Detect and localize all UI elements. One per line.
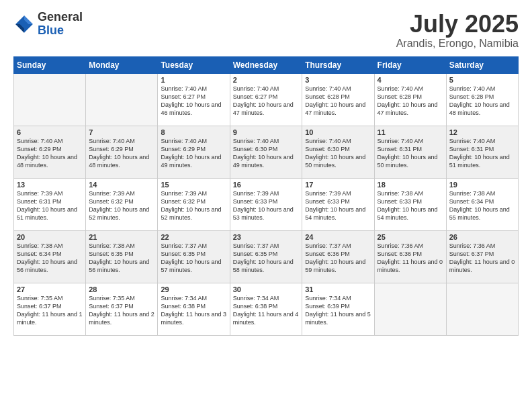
calendar-cell: 28Sunrise: 7:35 AM Sunset: 6:37 PM Dayli… (86, 283, 158, 335)
calendar-week-1: 1Sunrise: 7:40 AM Sunset: 6:27 PM Daylig… (14, 73, 519, 126)
calendar-cell: 8Sunrise: 7:40 AM Sunset: 6:29 PM Daylig… (158, 126, 230, 178)
calendar-header-tuesday: Tuesday (158, 56, 230, 73)
day-info: Sunrise: 7:37 AM Sunset: 6:36 PM Dayligh… (305, 242, 371, 275)
calendar-cell: 26Sunrise: 7:36 AM Sunset: 6:37 PM Dayli… (446, 230, 518, 283)
day-number: 17 (305, 181, 371, 189)
calendar-week-4: 20Sunrise: 7:38 AM Sunset: 6:34 PM Dayli… (14, 230, 519, 283)
logo-general: General (38, 11, 83, 24)
day-info: Sunrise: 7:39 AM Sunset: 6:32 PM Dayligh… (161, 189, 226, 222)
calendar: SundayMondayTuesdayWednesdayThursdayFrid… (13, 56, 519, 336)
day-info: Sunrise: 7:37 AM Sunset: 6:35 PM Dayligh… (161, 242, 226, 275)
calendar-cell (14, 73, 86, 126)
page: General Blue July 2025 Arandis, Erongo, … (0, 0, 532, 411)
calendar-cell: 9Sunrise: 7:40 AM Sunset: 6:30 PM Daylig… (230, 126, 302, 178)
day-number: 25 (378, 233, 443, 241)
day-number: 22 (161, 233, 226, 241)
calendar-cell: 2Sunrise: 7:40 AM Sunset: 6:27 PM Daylig… (230, 73, 302, 126)
calendar-week-2: 6Sunrise: 7:40 AM Sunset: 6:29 PM Daylig… (14, 126, 519, 178)
calendar-cell: 27Sunrise: 7:35 AM Sunset: 6:37 PM Dayli… (14, 283, 86, 335)
calendar-cell: 6Sunrise: 7:40 AM Sunset: 6:29 PM Daylig… (14, 126, 86, 178)
day-number: 28 (89, 285, 154, 293)
day-info: Sunrise: 7:40 AM Sunset: 6:29 PM Dayligh… (161, 137, 226, 170)
day-number: 8 (161, 128, 226, 136)
day-number: 26 (449, 233, 515, 241)
day-info: Sunrise: 7:34 AM Sunset: 6:38 PM Dayligh… (233, 294, 300, 327)
day-info: Sunrise: 7:34 AM Sunset: 6:38 PM Dayligh… (161, 294, 226, 327)
calendar-cell: 30Sunrise: 7:34 AM Sunset: 6:38 PM Dayli… (230, 283, 302, 335)
day-number: 29 (161, 285, 226, 293)
calendar-cell: 11Sunrise: 7:40 AM Sunset: 6:31 PM Dayli… (374, 126, 446, 178)
calendar-cell: 31Sunrise: 7:34 AM Sunset: 6:39 PM Dayli… (302, 283, 374, 335)
calendar-cell: 14Sunrise: 7:39 AM Sunset: 6:32 PM Dayli… (86, 178, 158, 230)
day-number: 19 (449, 181, 515, 189)
calendar-cell: 16Sunrise: 7:39 AM Sunset: 6:33 PM Dayli… (230, 178, 302, 230)
day-number: 1 (161, 76, 226, 84)
day-number: 14 (89, 181, 154, 189)
calendar-cell: 1Sunrise: 7:40 AM Sunset: 6:27 PM Daylig… (158, 73, 230, 126)
calendar-cell: 12Sunrise: 7:40 AM Sunset: 6:31 PM Dayli… (446, 126, 518, 178)
day-number: 21 (89, 233, 154, 241)
day-info: Sunrise: 7:38 AM Sunset: 6:33 PM Dayligh… (378, 189, 443, 222)
calendar-cell (374, 283, 446, 335)
calendar-cell (446, 283, 518, 335)
calendar-cell: 7Sunrise: 7:40 AM Sunset: 6:29 PM Daylig… (86, 126, 158, 178)
calendar-cell: 5Sunrise: 7:40 AM Sunset: 6:28 PM Daylig… (446, 73, 518, 126)
calendar-header-friday: Friday (374, 56, 446, 73)
calendar-header-thursday: Thursday (302, 56, 374, 73)
day-number: 4 (378, 76, 443, 84)
day-info: Sunrise: 7:35 AM Sunset: 6:37 PM Dayligh… (89, 294, 154, 327)
calendar-header-wednesday: Wednesday (230, 56, 302, 73)
calendar-cell: 18Sunrise: 7:38 AM Sunset: 6:33 PM Dayli… (374, 178, 446, 230)
location: Arandis, Erongo, Namibia (396, 38, 519, 50)
day-number: 6 (17, 128, 83, 136)
day-info: Sunrise: 7:36 AM Sunset: 6:36 PM Dayligh… (378, 242, 443, 275)
day-info: Sunrise: 7:40 AM Sunset: 6:29 PM Dayligh… (89, 137, 154, 170)
day-number: 2 (233, 76, 300, 84)
calendar-header-saturday: Saturday (446, 56, 518, 73)
calendar-week-3: 13Sunrise: 7:39 AM Sunset: 6:31 PM Dayli… (14, 178, 519, 230)
logo-text: General Blue (38, 11, 83, 38)
day-info: Sunrise: 7:40 AM Sunset: 6:27 PM Dayligh… (233, 85, 300, 118)
day-number: 31 (305, 285, 371, 293)
calendar-week-5: 27Sunrise: 7:35 AM Sunset: 6:37 PM Dayli… (14, 283, 519, 335)
logo-icon (13, 13, 35, 35)
day-info: Sunrise: 7:40 AM Sunset: 6:28 PM Dayligh… (378, 85, 443, 118)
day-info: Sunrise: 7:39 AM Sunset: 6:33 PM Dayligh… (233, 189, 300, 222)
day-info: Sunrise: 7:40 AM Sunset: 6:31 PM Dayligh… (378, 137, 443, 170)
day-info: Sunrise: 7:40 AM Sunset: 6:30 PM Dayligh… (305, 137, 371, 170)
day-info: Sunrise: 7:37 AM Sunset: 6:35 PM Dayligh… (233, 242, 300, 275)
day-info: Sunrise: 7:36 AM Sunset: 6:37 PM Dayligh… (449, 242, 515, 275)
day-info: Sunrise: 7:38 AM Sunset: 6:34 PM Dayligh… (449, 189, 515, 222)
calendar-cell: 15Sunrise: 7:39 AM Sunset: 6:32 PM Dayli… (158, 178, 230, 230)
month-title: July 2025 (396, 11, 519, 38)
day-number: 12 (449, 128, 515, 136)
day-number: 7 (89, 128, 154, 136)
calendar-cell: 13Sunrise: 7:39 AM Sunset: 6:31 PM Dayli… (14, 178, 86, 230)
calendar-cell (86, 73, 158, 126)
day-number: 18 (378, 181, 443, 189)
day-number: 9 (233, 128, 300, 136)
day-number: 15 (161, 181, 226, 189)
logo-blue: Blue (38, 24, 83, 38)
day-number: 30 (233, 285, 300, 293)
calendar-cell: 3Sunrise: 7:40 AM Sunset: 6:28 PM Daylig… (302, 73, 374, 126)
day-info: Sunrise: 7:40 AM Sunset: 6:28 PM Dayligh… (449, 85, 515, 118)
day-number: 23 (233, 233, 300, 241)
day-info: Sunrise: 7:39 AM Sunset: 6:33 PM Dayligh… (305, 189, 371, 222)
day-number: 20 (17, 233, 83, 241)
day-info: Sunrise: 7:40 AM Sunset: 6:31 PM Dayligh… (449, 137, 515, 170)
calendar-cell: 29Sunrise: 7:34 AM Sunset: 6:38 PM Dayli… (158, 283, 230, 335)
day-number: 27 (17, 285, 83, 293)
calendar-cell: 22Sunrise: 7:37 AM Sunset: 6:35 PM Dayli… (158, 230, 230, 283)
calendar-cell: 17Sunrise: 7:39 AM Sunset: 6:33 PM Dayli… (302, 178, 374, 230)
day-info: Sunrise: 7:34 AM Sunset: 6:39 PM Dayligh… (305, 294, 371, 327)
calendar-header-monday: Monday (86, 56, 158, 73)
day-info: Sunrise: 7:35 AM Sunset: 6:37 PM Dayligh… (17, 294, 83, 327)
calendar-cell: 10Sunrise: 7:40 AM Sunset: 6:30 PM Dayli… (302, 126, 374, 178)
day-info: Sunrise: 7:40 AM Sunset: 6:28 PM Dayligh… (305, 85, 371, 118)
calendar-cell: 25Sunrise: 7:36 AM Sunset: 6:36 PM Dayli… (374, 230, 446, 283)
calendar-header-sunday: Sunday (14, 56, 86, 73)
title-block: July 2025 Arandis, Erongo, Namibia (396, 11, 519, 50)
day-number: 16 (233, 181, 300, 189)
day-info: Sunrise: 7:38 AM Sunset: 6:35 PM Dayligh… (89, 242, 154, 275)
